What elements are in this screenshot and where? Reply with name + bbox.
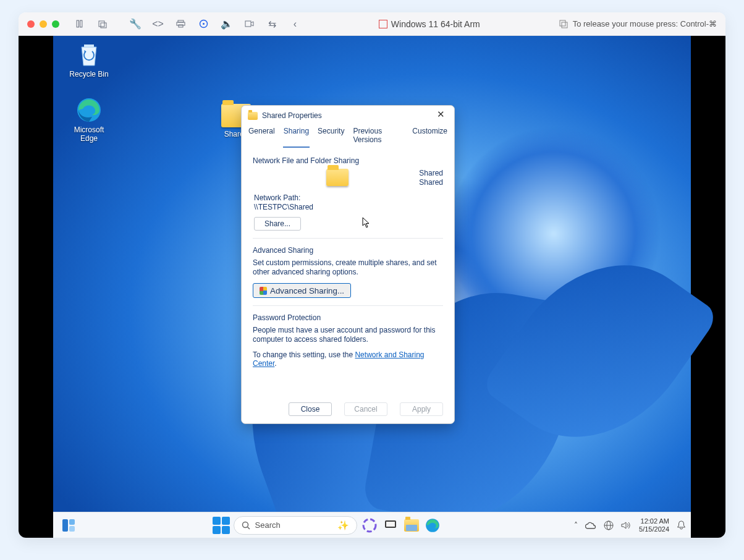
share-state: Shared (419, 178, 443, 187)
tab-previous-versions[interactable]: Previous Versions (352, 125, 404, 148)
cancel-button: Cancel (344, 402, 387, 416)
password-change-line: To change this setting, use the Network … (253, 350, 443, 368)
edge-icon (75, 96, 103, 124)
svg-line-17 (247, 527, 250, 529)
sound-icon[interactable]: 🔈 (222, 19, 231, 28)
onedrive-icon[interactable] (585, 522, 596, 529)
maximize-dot[interactable] (52, 20, 59, 28)
advanced-heading: Advanced Sharing (253, 246, 443, 255)
network-path-label: Network Path: (254, 193, 443, 203)
svg-rect-1 (80, 20, 82, 27)
clock[interactable]: 12:02 AM 5/15/2024 (639, 517, 669, 533)
password-desc: People must have a user account and pass… (253, 326, 443, 344)
properties-dialog: Shared Properties ✕ General Sharing Secu… (241, 105, 455, 424)
vm-title: Windows 11 64-bit Arm (304, 19, 555, 29)
traffic-lights (27, 20, 59, 28)
svg-rect-13 (62, 519, 68, 532)
svg-point-8 (203, 23, 205, 25)
mouse-release-hint: To release your mouse press: Control-⌘ (573, 19, 717, 28)
close-button[interactable]: Close (289, 402, 332, 416)
mouse-cursor (362, 217, 371, 229)
dialog-title: Shared Properties (262, 111, 322, 120)
close-icon[interactable]: ✕ (432, 109, 449, 122)
search-box[interactable]: Search ✨ (234, 516, 357, 535)
tab-general[interactable]: General (248, 125, 276, 148)
share-button[interactable]: Share... (254, 217, 301, 231)
svg-point-18 (363, 519, 376, 532)
folder-icon (248, 112, 258, 120)
svg-rect-11 (562, 22, 567, 28)
disc-icon[interactable] (199, 19, 208, 28)
svg-rect-10 (560, 20, 565, 26)
vm-toolbar: 🔧 <> 🔈 ⇆ ‹ Windows 11 64-bit Arm To rele… (19, 12, 725, 36)
windows-desktop[interactable]: Recycle Bin Microsoft Edge Shared Shared… (53, 36, 691, 538)
copy-icon[interactable] (559, 19, 569, 28)
advanced-sharing-button[interactable]: Advanced Sharing... (253, 283, 351, 298)
notifications-icon[interactable] (677, 520, 686, 530)
svg-rect-15 (69, 526, 75, 532)
close-dot[interactable] (27, 20, 35, 28)
svg-rect-14 (69, 519, 75, 525)
icon-label: Recycle Bin (66, 70, 112, 78)
password-heading: Password Protection (253, 313, 443, 322)
svg-rect-9 (245, 21, 251, 27)
svg-rect-0 (77, 20, 78, 27)
search-decor-icon: ✨ (337, 520, 349, 531)
apply-button: Apply (400, 402, 443, 416)
camera-icon[interactable] (245, 19, 254, 28)
dialog-tabs: General Sharing Security Previous Versio… (242, 125, 454, 148)
network-icon[interactable] (604, 520, 614, 530)
volume-icon[interactable] (621, 521, 632, 530)
search-placeholder: Search (255, 520, 281, 530)
folder-icon (326, 169, 349, 186)
task-view-icon[interactable] (382, 517, 399, 534)
chevron-up-icon[interactable]: ˄ (574, 521, 578, 530)
wrench-icon[interactable]: 🔧 (130, 19, 140, 28)
widgets-button[interactable] (58, 515, 79, 536)
usb-icon[interactable]: ⇆ (268, 19, 277, 28)
svg-point-16 (242, 522, 248, 527)
dialog-titlebar[interactable]: Shared Properties ✕ (242, 106, 454, 125)
edge-taskbar-icon[interactable] (424, 517, 441, 534)
icon-label: Microsoft Edge (66, 125, 112, 143)
pause-icon[interactable] (75, 19, 84, 28)
share-name: Shared (419, 169, 443, 178)
svg-rect-2 (99, 21, 104, 27)
nfs-heading: Network File and Folder Sharing (253, 156, 443, 165)
network-path-value: \\TESTPC\Shared (254, 203, 443, 212)
svg-rect-20 (386, 522, 395, 527)
copilot-icon[interactable] (361, 517, 378, 534)
svg-rect-3 (101, 23, 106, 28)
start-button[interactable] (213, 517, 230, 534)
minimize-dot[interactable] (40, 20, 47, 28)
recycle-bin-icon (75, 41, 103, 68)
tab-customize[interactable]: Customize (412, 125, 448, 148)
microsoft-edge[interactable]: Microsoft Edge (66, 96, 112, 143)
back-icon[interactable]: ‹ (290, 19, 300, 28)
advanced-desc: Set custom permissions, create multiple … (253, 258, 443, 277)
search-icon (242, 521, 250, 530)
dialog-footer: Close Cancel Apply (242, 397, 454, 423)
printer-icon[interactable] (176, 19, 185, 28)
tab-security[interactable]: Security (317, 125, 345, 148)
tab-sharing[interactable]: Sharing (283, 125, 310, 148)
shield-icon (260, 287, 267, 295)
recycle-bin[interactable]: Recycle Bin (66, 41, 112, 78)
snapshot-icon[interactable] (98, 19, 107, 28)
code-icon[interactable]: <> (153, 19, 163, 28)
taskbar: Search ✨ (53, 512, 691, 538)
file-explorer-icon[interactable] (403, 517, 420, 534)
